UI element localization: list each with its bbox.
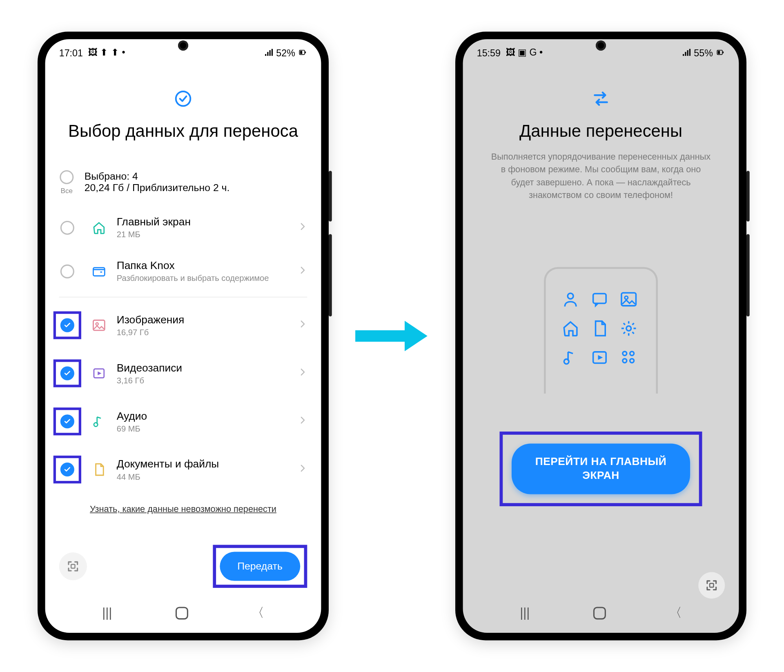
video-icon xyxy=(591,349,608,366)
check-circle-icon xyxy=(174,90,192,107)
home-icon xyxy=(91,220,107,235)
signal-icon xyxy=(682,48,691,57)
status-time: 15:59 xyxy=(477,47,501,58)
status-battery: 52% xyxy=(276,47,295,58)
item-title: Изображения xyxy=(117,314,288,326)
folder-icon xyxy=(91,264,107,279)
item-checkbox[interactable] xyxy=(60,220,74,234)
nav-home[interactable] xyxy=(593,607,606,619)
page-description: Выполняется упорядочивание перенесенных … xyxy=(478,150,724,201)
swap-icon xyxy=(592,90,610,107)
selected-detail: 20,24 Гб / Приблизительно 2 ч. xyxy=(85,182,230,194)
header: Выбор данных для переноса xyxy=(45,62,321,156)
primary-button-highlight: ПЕРЕЙТИ НА ГЛАВНЫЙ ЭКРАН xyxy=(500,432,702,506)
selected-count: Выбрано: 4 xyxy=(85,171,230,182)
nav-bar: ||| 〈 xyxy=(45,596,321,633)
checkbox-highlight xyxy=(53,359,81,387)
item-sub: 44 МБ xyxy=(117,472,288,481)
item-title: Видеозаписи xyxy=(117,362,288,374)
item-sub: 21 МБ xyxy=(117,230,288,239)
chevron-right-icon xyxy=(298,265,307,277)
checkbox-highlight xyxy=(53,456,81,483)
doc-icon xyxy=(91,462,107,477)
status-battery: 55% xyxy=(694,47,713,58)
chevron-right-icon xyxy=(298,222,307,233)
transfer-button[interactable]: Передать xyxy=(220,552,300,581)
status-icons-left: 🖼 ⬆ ⬆ • xyxy=(85,47,125,58)
phone-left: 17:01 🖼 ⬆ ⬆ • 52% Выбор данных для перен… xyxy=(38,31,329,640)
selection-summary[interactable]: Все Выбрано: 4 20,24 Гб / Приблизительно… xyxy=(59,156,307,206)
image-icon xyxy=(91,318,107,333)
status-time: 17:01 xyxy=(59,47,83,58)
chevron-right-icon xyxy=(298,368,307,379)
header: Данные перенесены Выполняется упорядочив… xyxy=(463,62,739,216)
scan-icon xyxy=(66,559,80,573)
scan-button[interactable] xyxy=(698,572,725,599)
item-checkbox[interactable] xyxy=(60,264,74,278)
go-home-button[interactable]: ПЕРЕЙТИ НА ГЛАВНЫЙ ЭКРАН xyxy=(512,444,690,494)
item-title: Аудио xyxy=(117,410,288,423)
item-checkbox[interactable] xyxy=(60,318,74,332)
data-row-doc[interactable]: Документы и файлы44 МБ xyxy=(59,445,307,494)
scan-button[interactable] xyxy=(59,552,87,580)
chevron-right-icon xyxy=(298,320,307,331)
chevron-right-icon xyxy=(298,416,307,427)
doc-icon xyxy=(591,320,608,337)
music-icon xyxy=(561,349,579,366)
transfer-button-highlight: Передать xyxy=(213,545,307,588)
select-all-label: Все xyxy=(61,187,73,194)
status-icons-left: 🖼 ▣ G • xyxy=(503,47,543,58)
chat-icon xyxy=(591,291,608,308)
cannot-transfer-link[interactable]: Узнать, какие данные невозможно перенест… xyxy=(59,494,307,527)
apps-icon xyxy=(620,349,637,366)
item-sub: Разблокировать и выбрать содержимое xyxy=(117,274,288,283)
select-all-radio[interactable] xyxy=(60,170,74,184)
scan-icon xyxy=(705,579,719,592)
item-title: Папка Knox xyxy=(117,259,288,272)
nav-recents[interactable]: ||| xyxy=(102,605,112,620)
nav-home[interactable] xyxy=(176,607,188,619)
arrow-icon xyxy=(354,318,430,354)
data-row-home[interactable]: Главный экран21 МБ xyxy=(59,206,307,249)
battery-icon xyxy=(715,48,725,57)
divider xyxy=(59,297,307,298)
item-checkbox[interactable] xyxy=(60,366,74,380)
battery-icon xyxy=(298,48,307,57)
image-icon xyxy=(620,291,637,308)
home-icon xyxy=(561,320,579,337)
checkbox-highlight xyxy=(53,407,81,435)
gear-icon xyxy=(620,320,637,337)
data-row-music[interactable]: Аудио69 МБ xyxy=(59,397,307,445)
item-title: Документы и файлы xyxy=(117,458,288,470)
item-title: Главный экран xyxy=(117,216,288,229)
item-sub: 16,97 Гб xyxy=(117,327,288,337)
item-checkbox[interactable] xyxy=(60,463,74,476)
camera-punchhole xyxy=(596,40,606,51)
nav-back[interactable]: 〈 xyxy=(669,604,682,621)
signal-icon xyxy=(264,48,274,57)
chevron-right-icon xyxy=(298,464,307,475)
item-sub: 3,16 Гб xyxy=(117,376,288,385)
item-checkbox[interactable] xyxy=(60,414,74,428)
camera-punchhole xyxy=(178,40,188,51)
video-icon xyxy=(91,366,107,381)
nav-back[interactable]: 〈 xyxy=(252,604,264,621)
data-row-folder[interactable]: Папка KnoxРазблокировать и выбрать содер… xyxy=(59,249,307,293)
page-title: Данные перенесены xyxy=(478,122,724,141)
phone-right: 15:59 🖼 ▣ G • 55% Данные перенесены Выпо… xyxy=(455,31,746,640)
transferred-categories-illustration xyxy=(544,267,658,394)
nav-bar: ||| 〈 xyxy=(463,596,739,633)
music-icon xyxy=(91,414,107,429)
item-sub: 69 МБ xyxy=(117,424,288,433)
nav-recents[interactable]: ||| xyxy=(520,605,530,620)
data-row-video[interactable]: Видеозаписи3,16 Гб xyxy=(59,349,307,398)
checkbox-highlight xyxy=(53,312,81,339)
page-title: Выбор данных для переноса xyxy=(60,122,306,141)
person-icon xyxy=(561,291,579,308)
data-row-image[interactable]: Изображения16,97 Гб xyxy=(59,301,307,349)
